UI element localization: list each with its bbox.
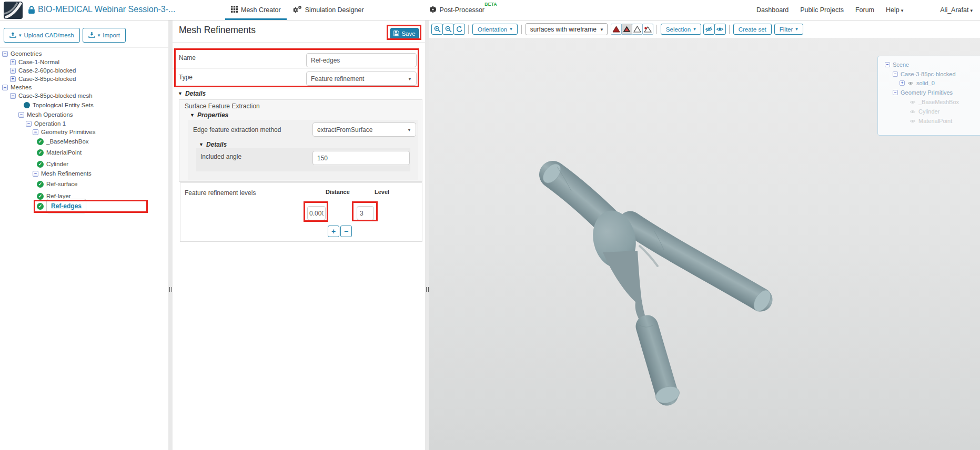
nav-help-dropdown[interactable]: Help▾ xyxy=(886,6,903,14)
collapse-icon[interactable]: − xyxy=(885,62,890,67)
mesh-quality-wire-button[interactable] xyxy=(632,24,643,35)
viewport-canvas[interactable]: − Scene − Case-3-85pc-blocked + solid_0 … xyxy=(429,38,980,450)
check-icon: ✓ xyxy=(37,149,44,156)
edge-method-select[interactable]: extractFromSurface ▼ xyxy=(312,122,416,137)
collapse-icon[interactable]: − xyxy=(2,51,8,57)
remove-level-button[interactable]: − xyxy=(340,226,352,237)
scene-item-basemeshbox[interactable]: _BaseMeshBox xyxy=(910,98,959,106)
expand-icon[interactable]: + xyxy=(900,80,905,86)
show-selected-button[interactable] xyxy=(714,24,726,35)
panel-resizer-right[interactable] xyxy=(425,21,429,450)
mesh-quality-solid-button[interactable] xyxy=(611,24,622,35)
distance-input[interactable] xyxy=(307,206,326,220)
upload-cad-mesh-button[interactable]: ▾ Upload CAD/mesh xyxy=(4,28,80,43)
distance-column-header: Distance xyxy=(326,189,350,195)
project-tree-sidebar: ▾ Upload CAD/mesh ▾ Import −Geometries +… xyxy=(0,21,168,450)
selection-dropdown[interactable]: Selection ▾ xyxy=(661,24,701,35)
collapse-icon[interactable]: − xyxy=(33,171,38,177)
collapse-icon[interactable]: − xyxy=(893,71,898,77)
included-angle-box: Included angle xyxy=(196,148,410,171)
mesh-quality-point-button[interactable] xyxy=(642,24,653,35)
surface-feature-extraction-box: Surface Feature Extraction ▼ Properties … xyxy=(179,99,422,182)
scene-item-case-3[interactable]: − Case-3-85pc-blocked xyxy=(893,70,956,78)
scene-item-scene[interactable]: − Scene xyxy=(885,60,909,69)
zoom-out-button[interactable] xyxy=(442,24,454,35)
included-angle-input[interactable] xyxy=(312,151,410,165)
name-input[interactable] xyxy=(306,53,417,67)
entity-set-icon xyxy=(24,102,30,108)
tab-simulation-designer[interactable]: Simulation Designer xyxy=(287,0,370,20)
tree-item-basemeshbox[interactable]: ✓_BaseMeshBox xyxy=(37,137,89,146)
beta-badge: BETA xyxy=(484,2,497,7)
create-set-button[interactable]: Create set xyxy=(733,24,772,35)
check-icon: ✓ xyxy=(37,138,44,145)
tree-item-case-3-mesh[interactable]: −Case-3-85pc-blocked mesh xyxy=(10,91,93,100)
collapse-icon[interactable]: − xyxy=(2,85,8,90)
properties-section-header[interactable]: ▼ Properties xyxy=(190,111,228,119)
tree-item-ref-surface[interactable]: ✓Ref-surface xyxy=(37,179,77,189)
tree-item-materialpoint[interactable]: ✓MaterialPoint xyxy=(37,148,82,157)
tab-post-processor[interactable]: Post-Processor BETA xyxy=(423,0,498,20)
name-type-form: Name Type Feature refinement ▼ xyxy=(173,49,419,88)
divider xyxy=(173,68,419,69)
type-select[interactable]: Feature refinement ▼ xyxy=(306,71,417,86)
divider xyxy=(468,25,469,34)
check-icon: ✓ xyxy=(37,203,44,210)
scene-item-materialpoint[interactable]: MaterialPoint xyxy=(910,117,952,125)
mesh-quality-outline-red-button[interactable] xyxy=(621,24,632,35)
tree-item-cylinder[interactable]: ✓Cylinder xyxy=(37,159,68,169)
save-button[interactable]: Save xyxy=(390,28,419,39)
reset-view-button[interactable] xyxy=(453,24,465,35)
nav-public-projects[interactable]: Public Projects xyxy=(800,6,844,14)
project-title: BIO-MEDICAL Webinar Session-3-... xyxy=(38,5,175,14)
render-mode-select[interactable]: surfaces with wireframe ▼ xyxy=(526,23,608,35)
tree-item-ref-edges[interactable]: ✓Ref-edges xyxy=(37,201,86,211)
level-input[interactable] xyxy=(357,206,374,220)
chevron-down-icon: ▾ xyxy=(98,33,100,38)
nav-dashboard[interactable]: Dashboard xyxy=(756,6,789,14)
collapse-icon[interactable]: − xyxy=(26,121,32,127)
chevron-down-icon: ▾ xyxy=(693,27,696,32)
expand-icon[interactable]: + xyxy=(10,76,16,82)
eye-icon[interactable] xyxy=(907,81,914,86)
private-lock-icon xyxy=(28,6,35,16)
eye-icon[interactable] xyxy=(910,100,916,105)
chevron-down-icon: ▼ xyxy=(407,127,411,132)
collapse-icon[interactable]: − xyxy=(10,93,16,99)
divider xyxy=(656,25,657,34)
inner-details-section-header[interactable]: ▼ Details xyxy=(199,141,227,148)
user-menu[interactable]: Ali_Arafat▾ xyxy=(940,6,973,14)
zoom-in-button[interactable] xyxy=(431,24,443,35)
tree-item-mesh-refinements[interactable]: −Mesh Refinements xyxy=(33,169,92,178)
type-label: Type xyxy=(179,74,193,81)
details-section-header[interactable]: ▼ Details xyxy=(178,90,206,97)
resizer-grip-icon xyxy=(426,287,429,292)
tree-item-topological-entity-sets[interactable]: Topological Entity Sets xyxy=(24,100,94,110)
nav-forum[interactable]: Forum xyxy=(855,6,874,14)
collapse-icon[interactable]: − xyxy=(893,90,898,95)
upload-icon xyxy=(9,32,16,39)
tree-item-mesh-operations[interactable]: −Mesh Operations xyxy=(18,110,73,119)
scene-tree-panel: − Scene − Case-3-85pc-blocked + solid_0 … xyxy=(877,56,980,136)
hide-selected-button[interactable] xyxy=(703,24,715,35)
eye-icon[interactable] xyxy=(910,109,916,114)
expand-icon[interactable]: + xyxy=(10,68,16,74)
scene-item-geometry-primitives[interactable]: − Geometry Primitives xyxy=(893,88,953,97)
triangle-down-icon: ▼ xyxy=(190,112,195,118)
tree-item-geometry-primitives[interactable]: −Geometry Primitives xyxy=(33,127,96,137)
tab-mesh-creator[interactable]: Mesh Creator xyxy=(225,0,287,20)
collapse-icon[interactable]: − xyxy=(18,112,24,118)
collapse-icon[interactable]: − xyxy=(33,129,38,135)
chevron-down-icon: ▾ xyxy=(510,27,512,32)
filter-dropdown[interactable]: Filter ▾ xyxy=(774,24,803,35)
orientation-dropdown[interactable]: Orientation ▾ xyxy=(472,24,518,35)
check-icon: ✓ xyxy=(37,181,44,188)
panel-resizer-left[interactable] xyxy=(168,21,173,450)
scene-item-solid-0[interactable]: + solid_0 xyxy=(900,79,935,87)
expand-icon[interactable]: + xyxy=(10,59,16,65)
add-level-button[interactable]: + xyxy=(328,226,339,237)
import-button[interactable]: ▾ Import xyxy=(83,28,126,43)
eye-icon[interactable] xyxy=(910,119,916,124)
resizer-grip-icon xyxy=(169,287,172,292)
scene-item-cylinder[interactable]: Cylinder xyxy=(910,107,939,116)
